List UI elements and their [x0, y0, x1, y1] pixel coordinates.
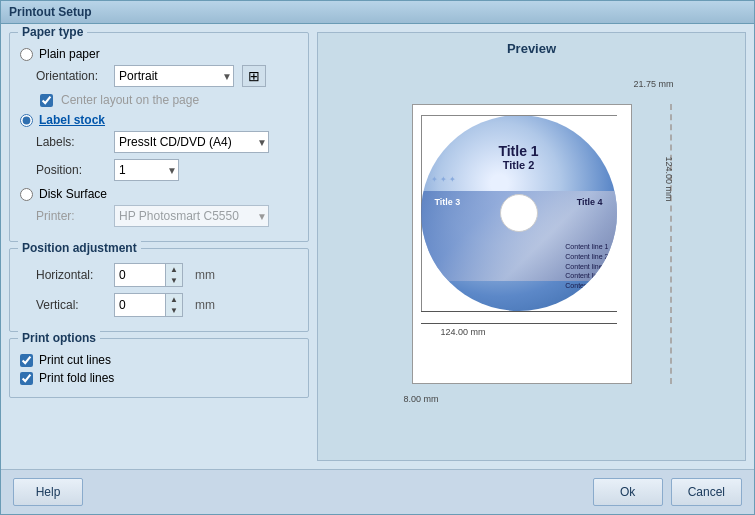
label-stock-label-text: Label stock [39, 113, 105, 127]
position-label: Position: [36, 163, 106, 177]
vertical-spinner: ▲ ▼ [114, 293, 183, 317]
position-row: Position: 1 2 3 ▼ [20, 159, 298, 181]
dialog-body: Paper type Plain paper Orientation: Port… [1, 24, 754, 469]
cd-stars: ✦ ✦ ✦ [431, 175, 456, 184]
cancel-button[interactable]: Cancel [671, 478, 742, 506]
vertical-unit: mm [195, 298, 215, 312]
dim-right-value: 124.00 mm [664, 156, 674, 201]
horizontal-unit: mm [195, 268, 215, 282]
vertical-down-btn[interactable]: ▼ [166, 305, 182, 316]
preview-panel: Preview ✦ ✦ ✦ Title 1 [317, 32, 746, 461]
labels-select[interactable]: PressIt CD/DVD (A4) PressIt CD/DVD (US L… [114, 131, 269, 153]
bottom-bar: Help Ok Cancel [1, 469, 754, 514]
content-line-5: Content line 5 [565, 281, 608, 291]
position-select[interactable]: 1 2 3 [114, 159, 179, 181]
dim-line-bottom [421, 311, 617, 312]
content-line-2: Content line 2 [565, 252, 608, 262]
printer-select[interactable]: HP Photosmart C5550 [114, 205, 269, 227]
preview-area: ✦ ✦ ✦ Title 1 Title 2 Title 3 Title 4 Co… [372, 74, 692, 434]
cut-lines-row: Print cut lines [20, 353, 298, 367]
left-panel: Paper type Plain paper Orientation: Port… [9, 32, 309, 461]
vertical-input[interactable] [115, 294, 165, 316]
orientation-select[interactable]: Portrait Landscape [114, 65, 234, 87]
dim-width-row [421, 323, 617, 324]
disk-surface-row: Disk Surface [20, 187, 298, 201]
dim-left-value: 8.00 mm [404, 394, 439, 404]
center-layout-label: Center layout on the page [61, 93, 199, 107]
cd-title4-text: Title 4 [577, 197, 603, 207]
position-adjustment-group: Position adjustment Horizontal: ▲ ▼ mm V… [9, 248, 309, 332]
cd-center-hole [500, 194, 538, 232]
orientation-label: Orientation: [36, 69, 106, 83]
cd-title3-text: Title 3 [435, 197, 461, 207]
cd-title2-text: Title 2 [503, 159, 535, 171]
label-stock-radio[interactable] [20, 114, 33, 127]
orientation-row: Orientation: Portrait Landscape ▼ ⊞ [20, 65, 298, 87]
plain-paper-radio[interactable] [20, 48, 33, 61]
printer-row: Printer: HP Photosmart C5550 ▼ [20, 205, 298, 227]
vertical-label: Vertical: [36, 298, 106, 312]
labels-select-wrapper: PressIt CD/DVD (A4) PressIt CD/DVD (US L… [114, 131, 269, 153]
content-line-3: Content line 3 [565, 262, 608, 272]
plain-paper-row: Plain paper [20, 47, 298, 61]
labels-row: Labels: PressIt CD/DVD (A4) PressIt CD/D… [20, 131, 298, 153]
fold-lines-checkbox[interactable] [20, 372, 33, 385]
paper-sheet: ✦ ✦ ✦ Title 1 Title 2 Title 3 Title 4 Co… [412, 104, 632, 384]
center-layout-row: Center layout on the page [20, 93, 298, 107]
horizontal-input[interactable] [115, 264, 165, 286]
position-adjustment-label: Position adjustment [18, 241, 141, 255]
dialog-title: Printout Setup [9, 5, 92, 19]
dim-top-label: 21.75 mm [633, 79, 673, 89]
plain-paper-label-text: Plain paper [39, 47, 100, 61]
horizontal-spin-buttons: ▲ ▼ [165, 264, 182, 286]
horizontal-down-btn[interactable]: ▼ [166, 275, 182, 286]
dim-right-label: 124.00 mm [664, 156, 674, 201]
print-options-group: Print options Print cut lines Print fold… [9, 338, 309, 398]
horizontal-up-btn[interactable]: ▲ [166, 264, 182, 275]
printout-setup-dialog: Printout Setup Paper type Plain paper Or… [0, 0, 755, 515]
dim-width-text: 124.00 mm [441, 327, 486, 337]
cut-lines-checkbox[interactable] [20, 354, 33, 367]
horizontal-spinner: ▲ ▼ [114, 263, 183, 287]
paper-type-group: Paper type Plain paper Orientation: Port… [9, 32, 309, 242]
printer-select-wrapper: HP Photosmart C5550 ▼ [114, 205, 269, 227]
orientation-icon-button[interactable]: ⊞ [242, 65, 266, 87]
position-select-wrapper: 1 2 3 ▼ [114, 159, 179, 181]
disk-surface-radio[interactable] [20, 188, 33, 201]
disk-surface-label-text: Disk Surface [39, 187, 107, 201]
labels-label: Labels: [36, 135, 106, 149]
dim-width-line [421, 323, 617, 324]
vertical-row: Vertical: ▲ ▼ mm [20, 293, 298, 317]
label-stock-row: Label stock [20, 113, 298, 127]
center-layout-checkbox[interactable] [40, 94, 53, 107]
dashed-margin-line [670, 104, 672, 384]
fold-lines-row: Print fold lines [20, 371, 298, 385]
orientation-select-wrapper: Portrait Landscape ▼ [114, 65, 234, 87]
content-line-1: Content line 1 [565, 242, 608, 252]
printer-label: Printer: [36, 209, 106, 223]
title-bar: Printout Setup [1, 1, 754, 24]
paper-type-label: Paper type [18, 25, 87, 39]
vertical-spin-buttons: ▲ ▼ [165, 294, 182, 316]
dim-line-top [421, 115, 617, 116]
horizontal-label: Horizontal: [36, 268, 106, 282]
cd-content-lines: Content line 1 Content line 2 Content li… [565, 242, 608, 291]
cd-title1-text: Title 1 [498, 143, 538, 159]
preview-title: Preview [507, 41, 556, 56]
dim-top-value: 21.75 mm [633, 79, 673, 89]
dim-left-label: 8.00 mm [404, 394, 439, 404]
ok-cancel-group: Ok Cancel [593, 478, 742, 506]
print-options-label: Print options [18, 331, 100, 345]
horizontal-row: Horizontal: ▲ ▼ mm [20, 263, 298, 287]
vertical-up-btn[interactable]: ▲ [166, 294, 182, 305]
cut-lines-label: Print cut lines [39, 353, 111, 367]
help-button[interactable]: Help [13, 478, 83, 506]
cd-disc: ✦ ✦ ✦ Title 1 Title 2 Title 3 Title 4 Co… [421, 115, 617, 311]
content-line-4: Content line 4 [565, 271, 608, 281]
ok-button[interactable]: Ok [593, 478, 663, 506]
fold-lines-label: Print fold lines [39, 371, 114, 385]
